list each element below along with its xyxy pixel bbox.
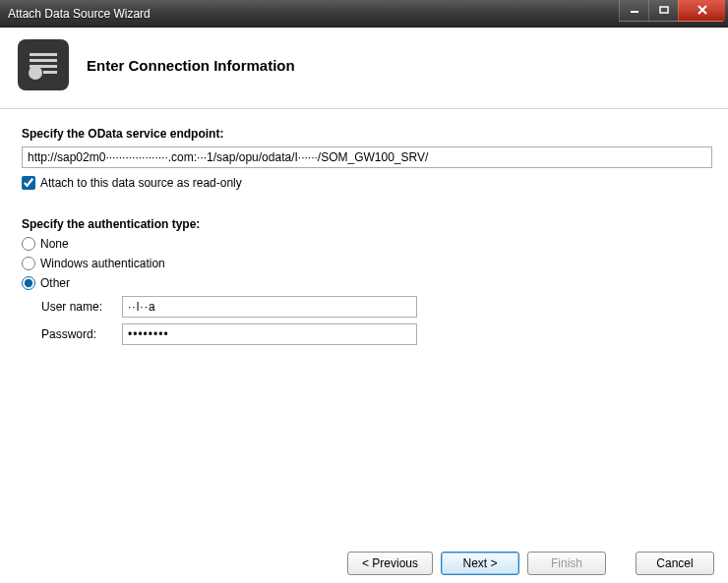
username-input[interactable] (122, 296, 417, 318)
close-button[interactable] (678, 0, 725, 22)
auth-radio-none[interactable] (22, 237, 35, 251)
wizard-content: Specify the OData service endpoint: Atta… (0, 109, 728, 363)
auth-option-none[interactable]: None (40, 237, 69, 251)
svg-rect-3 (30, 59, 57, 62)
svg-rect-2 (30, 53, 57, 56)
readonly-label[interactable]: Attach to this data source as read-only (40, 176, 242, 190)
auth-radio-other[interactable] (22, 276, 35, 290)
auth-option-windows[interactable]: Windows authentication (40, 257, 165, 270)
next-button[interactable]: Next > (441, 552, 519, 575)
previous-button[interactable]: < Previous (347, 552, 433, 575)
window-controls (619, 0, 728, 22)
password-input[interactable] (122, 323, 417, 345)
svg-rect-0 (631, 11, 638, 13)
data-source-icon (18, 39, 69, 90)
readonly-checkbox[interactable] (22, 176, 35, 190)
username-label: User name: (41, 300, 122, 314)
svg-rect-5 (43, 71, 57, 74)
window-title: Attach Data Source Wizard (8, 7, 151, 21)
maximize-icon (659, 6, 669, 14)
auth-label: Specify the authentication type: (22, 217, 706, 231)
close-icon (697, 5, 708, 15)
svg-rect-1 (660, 7, 668, 13)
auth-option-other[interactable]: Other (40, 276, 70, 290)
svg-point-6 (29, 66, 42, 80)
titlebar: Attach Data Source Wizard (0, 0, 728, 28)
minimize-button[interactable] (619, 0, 648, 22)
finish-button[interactable]: Finish (527, 552, 606, 575)
page-title: Enter Connection Information (87, 57, 295, 74)
password-label: Password: (41, 327, 122, 341)
maximize-button[interactable] (648, 0, 678, 22)
wizard-header: Enter Connection Information (0, 28, 728, 109)
wizard-footer: < Previous Next > Finish Cancel (347, 552, 714, 575)
endpoint-input[interactable] (22, 146, 712, 168)
endpoint-label: Specify the OData service endpoint: (22, 127, 706, 141)
auth-radio-windows[interactable] (22, 257, 35, 270)
minimize-icon (630, 6, 639, 14)
cancel-button[interactable]: Cancel (636, 552, 714, 575)
